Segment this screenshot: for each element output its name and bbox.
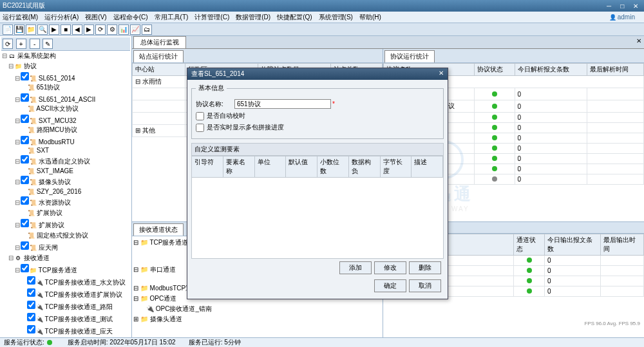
tree-node[interactable]: ⊟📜 SL651_2014_ASCII [1, 93, 130, 104]
menu-item[interactable]: 帮助(H) [359, 13, 381, 22]
toolbar-button[interactable]: ■ [61, 24, 71, 35]
menu-item[interactable]: 视图(V) [85, 13, 106, 22]
menu-item[interactable]: 远程命令(C) [113, 13, 148, 22]
tree-node[interactable]: 🔌 TCP服务接收通道_水资源 [1, 337, 130, 337]
delete-button[interactable]: 删除 [409, 261, 441, 274]
status-dot-icon [492, 115, 497, 120]
menu-item[interactable]: 运行分析(A) [44, 13, 79, 22]
tree-node[interactable]: ⊟📜 应天闸 [1, 241, 130, 253]
dialog-titlebar[interactable]: 查看SL_651_2014 ✕ [187, 68, 448, 80]
custom-elements-header: 自定义监测要素 [191, 143, 444, 156]
tree-node[interactable]: 📜 固定格式报文协议 [1, 230, 130, 241]
protocol-dialog: 查看SL_651_2014 ✕ 基本信息 协议名称: * 是否自动校时 是否实时… [187, 68, 448, 299]
tree-node[interactable]: ⊟📁 TCP服务通道 [1, 263, 130, 276]
toolbar-button[interactable]: ▶ [49, 24, 59, 35]
tree-node[interactable]: ⊟📜 SXT_MCU32 [1, 114, 130, 125]
tree-node[interactable]: ⊟📁 协议 [1, 61, 130, 71]
modify-button[interactable]: 修改 [374, 261, 406, 274]
tree-node[interactable]: ⊟📜 扩展协议 [1, 218, 130, 230]
status-dot-icon [492, 145, 497, 151]
window-buttons: ─ □ ✕ [603, 3, 641, 10]
menu-item[interactable]: 计算管理(C) [194, 13, 229, 22]
tree-tool-icon[interactable]: ⟳ [3, 39, 13, 49]
toolbar-button[interactable]: 🔍 [37, 24, 48, 35]
toolbar-button[interactable]: 📊 [118, 24, 129, 35]
tree-node[interactable]: 📜 扩展协议 [1, 208, 130, 218]
toolbar-button[interactable]: 🗂 [142, 24, 152, 35]
menu-item[interactable]: 快捷配置(Q) [277, 13, 312, 22]
tree-node[interactable]: 🔌 TCP服务接收通道_路阳 [1, 300, 130, 312]
tree-node[interactable]: 🔌 TCP服务接收通道扩展协议 [1, 288, 130, 300]
toolbar-button[interactable]: 💾 [14, 24, 24, 35]
status-start-time: 服务启动时间: 2022年05月17日 15:02 [68, 338, 176, 347]
app-title: BC2021试用版 [3, 1, 603, 10]
status-dot-icon [527, 258, 532, 263]
statusbar: 服务运行状态: 服务启动时间: 2022年05月17日 15:02 服务已运行:… [0, 337, 644, 347]
tree-node[interactable]: 📜 路阳MCU协议 [1, 125, 130, 135]
tree-node[interactable]: ⊟📜 水资源协议 [1, 196, 130, 208]
status-dot-icon [527, 268, 532, 273]
menu-item[interactable]: 常用工具(T) [155, 13, 189, 22]
tree-node[interactable]: ⊟📜 摄像头协议 [1, 175, 130, 187]
menu-item[interactable]: 运行监视(M) [3, 13, 38, 22]
titlebar: BC2021试用版 ─ □ ✕ [0, 0, 644, 12]
toolbar-button[interactable]: ◀ [72, 24, 82, 35]
protocol-name-input[interactable] [234, 99, 331, 109]
tree-node[interactable]: ⊟📜 SL651_2014 [1, 71, 130, 82]
user-label[interactable]: admin [609, 14, 635, 21]
tree-node[interactable]: 📜 ASCII水文协议 [1, 104, 130, 114]
show-progress-checkbox[interactable] [196, 124, 204, 132]
sidebar-tree[interactable]: ⟳ + - ✎ ⊟🗂 采集系统架构⊟📁 协议⊟📜 SL651_2014📜 651… [0, 36, 132, 337]
basic-info-fieldset: 基本信息 协议名称: * 是否自动校时 是否实时显示多包拼接进度 [191, 84, 444, 139]
status-dot-icon [527, 288, 532, 294]
toolbar-button[interactable]: ⚙ [107, 24, 117, 35]
tab-overview[interactable]: 总体运行监视 [133, 36, 186, 48]
dialog-title-text: 查看SL_651_2014 [191, 70, 244, 79]
content-tabs: 总体运行监视 ✕ [132, 36, 644, 49]
toolbar-button[interactable]: ⟳ [95, 24, 106, 35]
tree-node[interactable]: 📜 SZY_206_2016 [1, 187, 130, 196]
tree-node[interactable]: 📜 SXT [1, 146, 130, 155]
status-dot-icon [527, 278, 532, 283]
status-dot-icon [47, 340, 52, 345]
minimize-button[interactable]: ─ [603, 3, 614, 10]
recv-channel-tab[interactable]: 接收通道状态 [133, 223, 184, 236]
toolbar-button[interactable]: 📄 [3, 24, 13, 35]
tree-node[interactable]: 🔌 TCP服务接收通道_应天 [1, 324, 130, 337]
tree-node[interactable]: ⊟🗂 采集系统架构 [1, 51, 130, 61]
toolbar-button[interactable]: 📁 [26, 24, 36, 35]
tree-node[interactable]: ⊟⚙ 接收通道 [1, 253, 130, 263]
protocol-stats-tab[interactable]: 协议运行统计 [384, 50, 435, 62]
toolbar-button[interactable]: ▶ [84, 24, 94, 35]
close-button[interactable]: ✕ [630, 3, 641, 10]
menubar: 运行监视(M) 运行分析(A) 视图(V) 远程命令(C) 常用工具(T) 计算… [0, 12, 644, 23]
dialog-close-icon[interactable]: ✕ [439, 70, 444, 79]
tab-close-icon[interactable]: ✕ [636, 37, 641, 44]
tree-node[interactable]: 🔌 TCP服务接收通道_水文协议 [1, 276, 130, 288]
maximize-button[interactable]: □ [616, 3, 628, 10]
tree-node[interactable]: 📜 SXT_IMAGE [1, 167, 130, 175]
menu-item[interactable]: 系统管理(S) [319, 13, 353, 22]
fps-text: FPS 96.0 Avg. FPS 95.9 [584, 321, 640, 326]
status-uptime: 服务已运行: 5分钟 [189, 338, 241, 347]
status-dot-icon [492, 156, 497, 161]
cancel-button[interactable]: 取消 [409, 279, 441, 292]
status-dot-icon [492, 91, 497, 97]
ok-button[interactable]: 确定 [374, 279, 406, 292]
menu-item[interactable]: 数据管理(D) [236, 13, 270, 22]
add-button[interactable]: 添加 [339, 261, 372, 274]
tree-node[interactable]: ⊟📜 水迅通自定义协议 [1, 155, 130, 167]
tree-node[interactable]: 🔌 TCP服务接收通道_测试 [1, 312, 130, 324]
tree-tool-icon[interactable]: ✎ [43, 39, 53, 49]
toolbar-button[interactable]: 📈 [130, 24, 140, 35]
status-dot-icon [492, 104, 497, 109]
custom-elements-grid[interactable]: 引导符 要素名称 单位 默认值 小数位数 数据构负 字节长度 描述 [191, 156, 444, 259]
name-label: 协议名称: [196, 100, 234, 109]
tree-tool-icon[interactable]: - [30, 39, 40, 49]
auto-time-checkbox[interactable] [196, 112, 204, 120]
status-dot-icon [492, 166, 497, 171]
tree-tool-icon[interactable]: + [16, 39, 26, 49]
tree-node[interactable]: 📜 651协议 [1, 82, 130, 93]
station-stats-tab[interactable]: 站点运行统计 [133, 50, 184, 62]
tree-node[interactable]: ⊟📜 ModbusRTU [1, 135, 130, 146]
